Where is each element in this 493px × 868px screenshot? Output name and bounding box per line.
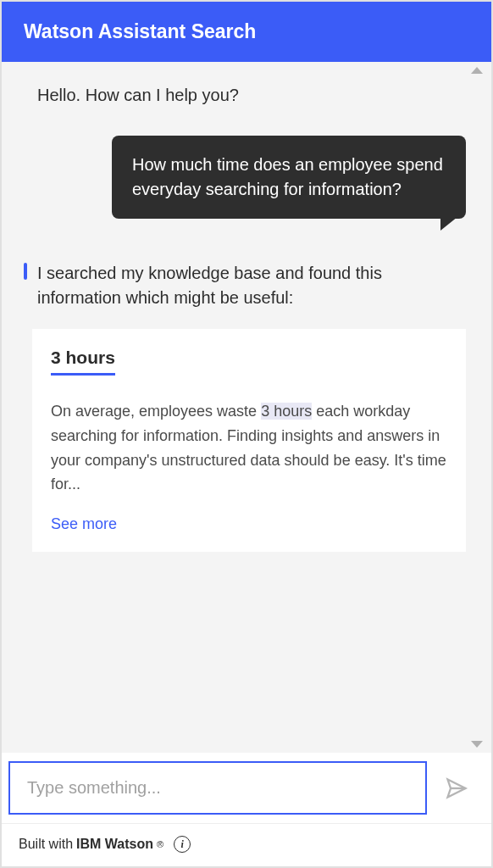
bot-greeting: Hello. How can I help you?	[27, 86, 466, 105]
footer-brand: IBM Watson	[76, 837, 153, 852]
chat-header: Watson Assistant Search	[2, 2, 491, 62]
scroll-up-icon[interactable]	[471, 67, 483, 74]
chat-title: Watson Assistant Search	[24, 20, 256, 42]
footer-prefix: Built with	[19, 837, 73, 852]
send-button[interactable]	[427, 761, 486, 815]
info-icon[interactable]: i	[174, 836, 191, 853]
input-row	[2, 753, 491, 823]
footer: Built with IBM Watson® i	[2, 823, 491, 866]
card-body-prefix: On average, employees waste	[51, 403, 261, 420]
knowledge-card: 3 hours On average, employees waste 3 ho…	[32, 329, 466, 552]
see-more-link[interactable]: See more	[51, 515, 447, 533]
knowledge-card-body: On average, employees waste 3 hours each…	[51, 399, 447, 497]
card-body-highlight: 3 hours	[261, 403, 312, 420]
user-message: How much time does an employee spend eve…	[112, 136, 466, 219]
chat-messages: Hello. How can I help you? How much time…	[2, 62, 491, 753]
registered-mark: ®	[157, 839, 163, 849]
scroll-down-icon[interactable]	[471, 741, 483, 748]
message-input[interactable]	[8, 761, 427, 815]
knowledge-card-title: 3 hours	[51, 348, 115, 376]
bot-response-text: I searched my knowledge base and found t…	[27, 261, 466, 310]
send-icon	[445, 776, 468, 800]
